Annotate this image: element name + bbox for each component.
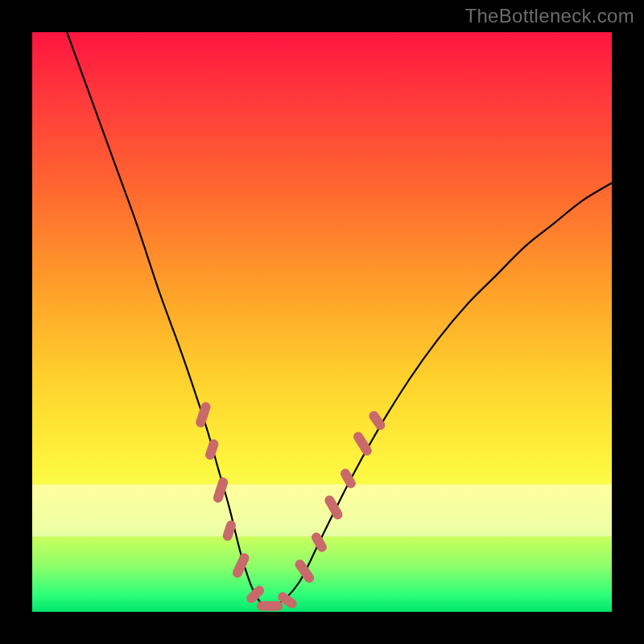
curve-marker xyxy=(293,558,316,584)
chart-svg xyxy=(32,32,612,612)
chart-frame: TheBottleneck.com xyxy=(0,0,644,644)
watermark-text: TheBottleneck.com xyxy=(464,5,634,27)
curve-marker xyxy=(204,438,219,460)
curve-marker xyxy=(257,601,283,611)
curve-marker xyxy=(195,401,212,429)
pale-band xyxy=(32,485,612,537)
bands-layer xyxy=(32,485,612,537)
plot-area xyxy=(32,32,612,612)
